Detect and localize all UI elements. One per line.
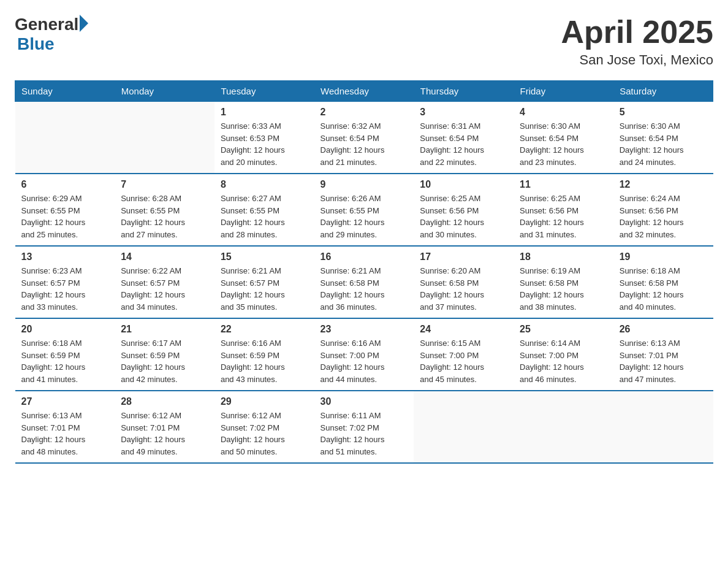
day-number: 1 bbox=[221, 107, 308, 118]
col-monday: Monday bbox=[115, 81, 214, 102]
days-of-week-row: Sunday Monday Tuesday Wednesday Thursday… bbox=[15, 81, 713, 102]
day-info: Sunrise: 6:24 AM Sunset: 6:56 PM Dayligh… bbox=[620, 193, 707, 240]
calendar-cell-w1-d5: 3Sunrise: 6:31 AM Sunset: 6:54 PM Daylig… bbox=[414, 102, 514, 174]
calendar-cell-w4-d2: 21Sunrise: 6:17 AM Sunset: 6:59 PM Dayli… bbox=[115, 318, 214, 391]
col-sunday: Sunday bbox=[15, 81, 115, 102]
calendar-cell-w4-d7: 26Sunrise: 6:13 AM Sunset: 7:01 PM Dayli… bbox=[613, 318, 713, 391]
day-info: Sunrise: 6:18 AM Sunset: 6:58 PM Dayligh… bbox=[620, 265, 707, 313]
calendar-cell-w2-d4: 9Sunrise: 6:26 AM Sunset: 6:55 PM Daylig… bbox=[314, 174, 414, 246]
day-info: Sunrise: 6:12 AM Sunset: 7:01 PM Dayligh… bbox=[121, 410, 208, 458]
week-row-4: 20Sunrise: 6:18 AM Sunset: 6:59 PM Dayli… bbox=[15, 318, 713, 391]
week-row-2: 6Sunrise: 6:29 AM Sunset: 6:55 PM Daylig… bbox=[15, 174, 713, 246]
calendar-cell-w4-d1: 20Sunrise: 6:18 AM Sunset: 6:59 PM Dayli… bbox=[15, 318, 115, 391]
day-info: Sunrise: 6:16 AM Sunset: 7:00 PM Dayligh… bbox=[320, 337, 408, 385]
day-number: 12 bbox=[620, 179, 707, 190]
day-number: 11 bbox=[520, 179, 607, 190]
col-wednesday: Wednesday bbox=[314, 81, 414, 102]
calendar-cell-w2-d2: 7Sunrise: 6:28 AM Sunset: 6:55 PM Daylig… bbox=[115, 174, 214, 246]
calendar-cell-w3-d4: 16Sunrise: 6:21 AM Sunset: 6:58 PM Dayli… bbox=[314, 246, 414, 318]
calendar-cell-w5-d6 bbox=[514, 391, 613, 463]
day-info: Sunrise: 6:21 AM Sunset: 6:57 PM Dayligh… bbox=[221, 265, 308, 313]
day-info: Sunrise: 6:17 AM Sunset: 6:59 PM Dayligh… bbox=[121, 337, 208, 385]
calendar-cell-w5-d1: 27Sunrise: 6:13 AM Sunset: 7:01 PM Dayli… bbox=[15, 391, 115, 463]
day-number: 18 bbox=[520, 251, 607, 262]
logo: General Blue bbox=[15, 15, 88, 54]
day-number: 3 bbox=[420, 107, 507, 118]
day-info: Sunrise: 6:11 AM Sunset: 7:02 PM Dayligh… bbox=[320, 410, 408, 458]
day-number: 9 bbox=[320, 179, 408, 190]
day-number: 22 bbox=[221, 324, 308, 335]
title-block: April 2025 San Jose Toxi, Mexico bbox=[561, 15, 713, 68]
logo-blue-text: Blue bbox=[17, 34, 88, 54]
day-number: 20 bbox=[21, 324, 109, 335]
logo-general-text: General bbox=[15, 15, 78, 34]
day-info: Sunrise: 6:23 AM Sunset: 6:57 PM Dayligh… bbox=[21, 265, 109, 313]
day-number: 15 bbox=[221, 251, 308, 262]
calendar-cell-w4-d5: 24Sunrise: 6:15 AM Sunset: 7:00 PM Dayli… bbox=[414, 318, 514, 391]
day-info: Sunrise: 6:25 AM Sunset: 6:56 PM Dayligh… bbox=[520, 193, 607, 240]
calendar-cell-w2-d3: 8Sunrise: 6:27 AM Sunset: 6:55 PM Daylig… bbox=[214, 174, 314, 246]
day-info: Sunrise: 6:13 AM Sunset: 7:01 PM Dayligh… bbox=[620, 337, 707, 385]
day-number: 17 bbox=[420, 251, 507, 262]
day-info: Sunrise: 6:21 AM Sunset: 6:58 PM Dayligh… bbox=[320, 265, 408, 313]
calendar-header: Sunday Monday Tuesday Wednesday Thursday… bbox=[15, 81, 713, 102]
col-saturday: Saturday bbox=[613, 81, 713, 102]
calendar-cell-w2-d7: 12Sunrise: 6:24 AM Sunset: 6:56 PM Dayli… bbox=[613, 174, 713, 246]
calendar-cell-w5-d3: 29Sunrise: 6:12 AM Sunset: 7:02 PM Dayli… bbox=[214, 391, 314, 463]
day-info: Sunrise: 6:25 AM Sunset: 6:56 PM Dayligh… bbox=[420, 193, 507, 240]
calendar-cell-w4-d4: 23Sunrise: 6:16 AM Sunset: 7:00 PM Dayli… bbox=[314, 318, 414, 391]
calendar-cell-w2-d6: 11Sunrise: 6:25 AM Sunset: 6:56 PM Dayli… bbox=[514, 174, 613, 246]
calendar-cell-w1-d2 bbox=[115, 102, 214, 174]
day-info: Sunrise: 6:28 AM Sunset: 6:55 PM Dayligh… bbox=[121, 193, 208, 240]
day-number: 16 bbox=[320, 251, 408, 262]
calendar-cell-w1-d4: 2Sunrise: 6:32 AM Sunset: 6:54 PM Daylig… bbox=[314, 102, 414, 174]
day-number: 27 bbox=[21, 396, 109, 407]
day-info: Sunrise: 6:26 AM Sunset: 6:55 PM Dayligh… bbox=[320, 193, 408, 240]
day-number: 29 bbox=[221, 396, 308, 407]
day-number: 8 bbox=[221, 179, 308, 190]
week-row-3: 13Sunrise: 6:23 AM Sunset: 6:57 PM Dayli… bbox=[15, 246, 713, 318]
calendar-cell-w1-d1 bbox=[15, 102, 115, 174]
day-info: Sunrise: 6:16 AM Sunset: 6:59 PM Dayligh… bbox=[221, 337, 308, 385]
day-info: Sunrise: 6:13 AM Sunset: 7:01 PM Dayligh… bbox=[21, 410, 109, 458]
calendar-cell-w1-d7: 5Sunrise: 6:30 AM Sunset: 6:54 PM Daylig… bbox=[613, 102, 713, 174]
day-info: Sunrise: 6:32 AM Sunset: 6:54 PM Dayligh… bbox=[320, 120, 408, 168]
calendar-cell-w2-d1: 6Sunrise: 6:29 AM Sunset: 6:55 PM Daylig… bbox=[15, 174, 115, 246]
week-row-1: 1Sunrise: 6:33 AM Sunset: 6:53 PM Daylig… bbox=[15, 102, 713, 174]
week-row-5: 27Sunrise: 6:13 AM Sunset: 7:01 PM Dayli… bbox=[15, 391, 713, 463]
day-info: Sunrise: 6:18 AM Sunset: 6:59 PM Dayligh… bbox=[21, 337, 109, 385]
calendar-cell-w5-d7 bbox=[613, 391, 713, 463]
logo-triangle-icon bbox=[80, 15, 88, 32]
day-info: Sunrise: 6:33 AM Sunset: 6:53 PM Dayligh… bbox=[221, 120, 308, 168]
col-thursday: Thursday bbox=[414, 81, 514, 102]
day-number: 24 bbox=[420, 324, 507, 335]
day-number: 5 bbox=[620, 107, 707, 118]
day-info: Sunrise: 6:31 AM Sunset: 6:54 PM Dayligh… bbox=[420, 120, 507, 168]
day-number: 21 bbox=[121, 324, 208, 335]
day-number: 7 bbox=[121, 179, 208, 190]
day-number: 23 bbox=[320, 324, 408, 335]
day-info: Sunrise: 6:27 AM Sunset: 6:55 PM Dayligh… bbox=[221, 193, 308, 240]
calendar-cell-w3-d5: 17Sunrise: 6:20 AM Sunset: 6:58 PM Dayli… bbox=[414, 246, 514, 318]
day-number: 25 bbox=[520, 324, 607, 335]
day-number: 14 bbox=[121, 251, 208, 262]
calendar-cell-w1-d6: 4Sunrise: 6:30 AM Sunset: 6:54 PM Daylig… bbox=[514, 102, 613, 174]
day-number: 13 bbox=[21, 251, 109, 262]
calendar-cell-w3-d1: 13Sunrise: 6:23 AM Sunset: 6:57 PM Dayli… bbox=[15, 246, 115, 318]
calendar-table: Sunday Monday Tuesday Wednesday Thursday… bbox=[15, 80, 713, 464]
day-info: Sunrise: 6:19 AM Sunset: 6:58 PM Dayligh… bbox=[520, 265, 607, 313]
day-number: 30 bbox=[320, 396, 408, 407]
col-tuesday: Tuesday bbox=[214, 81, 314, 102]
day-number: 28 bbox=[121, 396, 208, 407]
page-header: General Blue April 2025 San Jose Toxi, M… bbox=[15, 15, 713, 68]
day-info: Sunrise: 6:30 AM Sunset: 6:54 PM Dayligh… bbox=[620, 120, 707, 168]
day-number: 2 bbox=[320, 107, 408, 118]
calendar-cell-w2-d5: 10Sunrise: 6:25 AM Sunset: 6:56 PM Dayli… bbox=[414, 174, 514, 246]
day-number: 6 bbox=[21, 179, 109, 190]
calendar-cell-w4-d6: 25Sunrise: 6:14 AM Sunset: 7:00 PM Dayli… bbox=[514, 318, 613, 391]
day-info: Sunrise: 6:22 AM Sunset: 6:57 PM Dayligh… bbox=[121, 265, 208, 313]
calendar-cell-w3-d2: 14Sunrise: 6:22 AM Sunset: 6:57 PM Dayli… bbox=[115, 246, 214, 318]
col-friday: Friday bbox=[514, 81, 613, 102]
day-number: 19 bbox=[620, 251, 707, 262]
calendar-cell-w5-d2: 28Sunrise: 6:12 AM Sunset: 7:01 PM Dayli… bbox=[115, 391, 214, 463]
